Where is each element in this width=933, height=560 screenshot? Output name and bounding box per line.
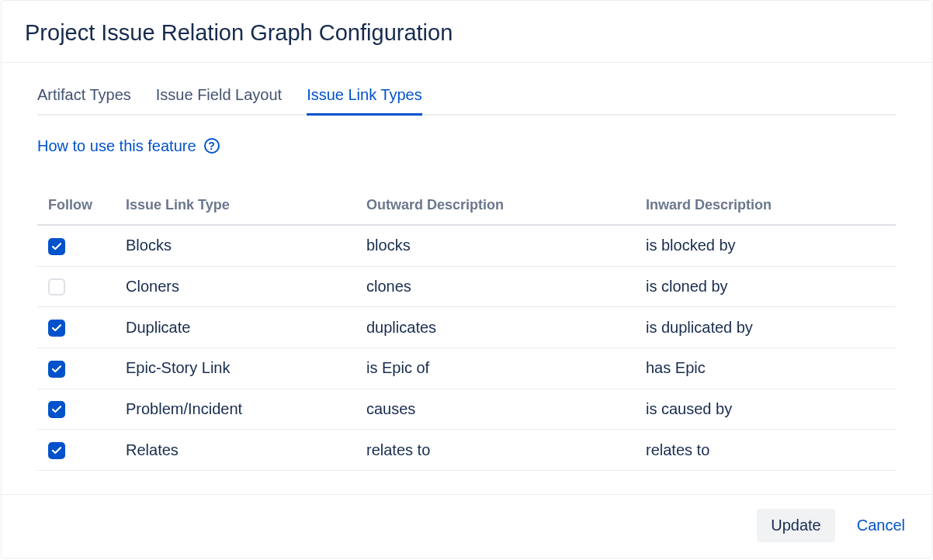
help-row: How to use this feature ? [37,137,896,155]
col-header-type: Issue Link Type [115,189,356,225]
follow-checkbox[interactable] [48,320,65,337]
config-dialog: Project Issue Relation Graph Configurati… [1,0,932,558]
table-row: Relatesrelates torelates to [37,430,896,471]
cell-link-type: Duplicate [115,307,356,348]
cell-link-type: Cloners [115,266,356,307]
cell-outward: causes [356,389,635,430]
cell-inward: is blocked by [635,225,896,266]
table-row: Problem/Incidentcausesis caused by [37,389,896,430]
table-row: Epic-Story Linkis Epic ofhas Epic [37,347,896,389]
cell-inward: is caused by [635,389,896,430]
cell-inward: relates to [635,430,896,471]
cell-outward: is Epic of [356,347,635,389]
cell-outward: relates to [356,430,635,471]
dialog-header: Project Issue Relation Graph Configurati… [2,1,931,63]
cell-outward: blocks [356,225,635,266]
col-header-outward: Outward Description [356,189,635,225]
follow-checkbox[interactable] [48,278,65,296]
follow-checkbox[interactable] [48,361,65,378]
cell-outward: duplicates [356,307,635,348]
link-types-table: Follow Issue Link Type Outward Descripti… [37,189,896,471]
dialog-body: Artifact TypesIssue Field LayoutIssue Li… [2,63,931,495]
cell-inward: is cloned by [635,266,896,307]
tab-artifact-types[interactable]: Artifact Types [37,81,131,116]
table-row: Blocksblocksis blocked by [37,225,896,266]
help-icon[interactable]: ? [204,138,220,154]
cell-link-type: Problem/Incident [115,389,356,430]
cell-link-type: Relates [115,430,356,471]
follow-checkbox[interactable] [48,401,65,418]
tab-issue-link-types[interactable]: Issue Link Types [307,81,422,116]
follow-checkbox[interactable] [48,238,65,255]
cell-outward: clones [356,266,635,307]
table-row: Duplicateduplicatesis duplicated by [37,307,896,348]
cell-link-type: Blocks [115,225,356,266]
update-button[interactable]: Update [757,509,835,542]
tab-bar: Artifact TypesIssue Field LayoutIssue Li… [37,81,896,116]
cell-link-type: Epic-Story Link [115,347,356,389]
cancel-button[interactable]: Cancel [854,509,908,542]
cell-inward: has Epic [635,347,896,389]
tab-issue-field-layout[interactable]: Issue Field Layout [156,81,282,116]
table-row: Clonersclonesis cloned by [37,266,896,307]
col-header-follow: Follow [37,189,115,225]
dialog-title: Project Issue Relation Graph Configurati… [25,19,908,47]
help-link[interactable]: How to use this feature [37,137,196,155]
col-header-inward: Inward Description [635,189,896,225]
dialog-footer: Update Cancel [2,495,931,558]
cell-inward: is duplicated by [635,307,896,348]
follow-checkbox[interactable] [48,442,65,459]
